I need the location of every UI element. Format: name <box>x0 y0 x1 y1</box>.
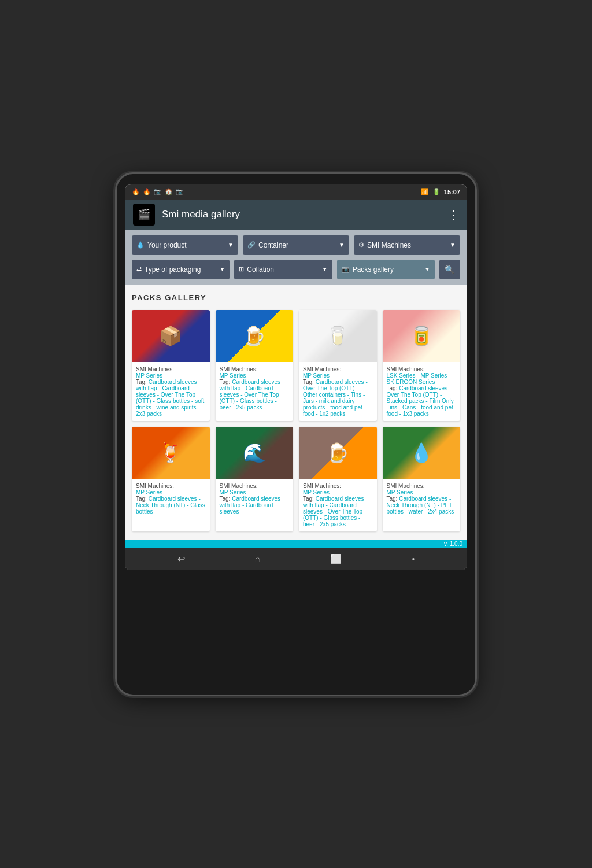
container-arrow-icon: ▼ <box>339 242 345 248</box>
logo-icon: 🎬 <box>138 208 150 221</box>
smi-arrow-icon: ▼ <box>450 242 456 248</box>
card-4-emoji: 🥫 <box>410 325 433 347</box>
gallery-card-6[interactable]: 🌊 SMI Machines: MP Series Tag: Cardboard… <box>216 427 294 531</box>
card-1-machines-label: SMI Machines: <box>136 366 174 372</box>
bottom-nav: ↩ ⌂ ⬜ ● <box>125 548 467 570</box>
product-arrow-icon: ▼ <box>228 242 234 248</box>
version-text: v. 1.0.0 <box>444 541 462 547</box>
card-7-image: 🍺 <box>299 427 377 479</box>
card-5-tag-label: Tag: <box>136 496 147 502</box>
collation-dropdown[interactable]: ⊞ Collation ▼ <box>234 260 332 279</box>
container-dropdown[interactable]: 🔗 Container ▼ <box>243 235 349 255</box>
time-display: 15:07 <box>444 189 460 195</box>
gallery-card-3[interactable]: 🥛 SMI Machines: MP Series Tag: Cardboard… <box>299 310 377 421</box>
card-2-machines: MP Series <box>220 372 246 379</box>
filter-row-1: 💧 Your product ▼ 🔗 Container ▼ ⚙ SMI Mac… <box>132 235 460 255</box>
search-button[interactable]: 🔍 <box>439 260 460 279</box>
card-2-image: 🍺 <box>216 310 294 362</box>
app-bar: 🎬 Smi media gallery ⋮ <box>125 200 467 230</box>
card-5-image: 🍹 <box>132 427 210 479</box>
your-product-dropdown[interactable]: 💧 Your product ▼ <box>132 235 238 255</box>
card-6-machines-label: SMI Machines: <box>220 483 258 489</box>
status-bar: 🔥 🔥 📷 🏠 📷 📶 🔋 15:07 <box>125 184 467 200</box>
filter-area: 💧 Your product ▼ 🔗 Container ▼ ⚙ SMI Mac… <box>125 230 467 285</box>
collation-arrow-icon: ▼ <box>322 266 328 272</box>
packs-gallery-dropdown[interactable]: 📷 Packs gallery ▼ <box>337 260 435 279</box>
card-1-tag-label: Tag: <box>136 379 147 385</box>
gallery-card-4[interactable]: 🥫 SMI Machines: LSK Series - MP Series -… <box>383 310 461 421</box>
battery-icon: 🔋 <box>432 188 441 195</box>
card-4-body: SMI Machines: LSK Series - MP Series - S… <box>383 362 461 421</box>
card-7-machines-label: SMI Machines: <box>303 483 341 489</box>
tablet-frame: 🔥 🔥 📷 🏠 📷 📶 🔋 15:07 🎬 Smi media gallery … <box>117 174 475 695</box>
app-title: Smi media gallery <box>162 209 441 220</box>
wifi-icon: 📶 <box>421 188 429 195</box>
card-3-machines-label: SMI Machines: <box>303 366 341 372</box>
card-1-image: 📦 <box>132 310 210 362</box>
filter-row-2: ⇄ Type of packaging ▼ ⊞ Collation ▼ 📷 Pa… <box>132 260 460 279</box>
smi-icon: ⚙ <box>358 241 364 249</box>
card-4-machines-label: SMI Machines: <box>387 366 425 372</box>
status-icon-1: 🔥 <box>132 188 140 195</box>
card-2-emoji: 🍺 <box>243 325 266 347</box>
card-3-tag-label: Tag: <box>303 379 314 385</box>
main-content: PACKS GALLERY 📦 SMI Machines: MP Series … <box>125 285 467 540</box>
collation-label: Collation <box>247 265 274 274</box>
product-label: Your product <box>147 241 187 249</box>
status-icon-2: 🔥 <box>143 188 151 195</box>
gallery-card-2[interactable]: 🍺 SMI Machines: MP Series Tag: Cardboard… <box>216 310 294 421</box>
card-7-tag-label: Tag: <box>303 496 314 502</box>
card-5-emoji: 🍹 <box>159 442 182 464</box>
card-8-machines-label: SMI Machines: <box>387 483 425 489</box>
card-1-body: SMI Machines: MP Series Tag: Cardboard s… <box>132 362 210 421</box>
gallery-card-1[interactable]: 📦 SMI Machines: MP Series Tag: Cardboard… <box>132 310 210 421</box>
card-8-emoji: 💧 <box>410 442 433 464</box>
card-8-image: 💧 <box>383 427 461 479</box>
status-icon-4: 🏠 <box>165 188 173 195</box>
gallery-card-8[interactable]: 💧 SMI Machines: MP Series Tag: Cardboard… <box>383 427 461 531</box>
card-3-emoji: 🥛 <box>326 325 349 347</box>
card-4-image: 🥫 <box>383 310 461 362</box>
product-icon: 💧 <box>136 241 145 249</box>
card-7-emoji: 🍺 <box>326 442 349 464</box>
card-2-machines-label: SMI Machines: <box>220 366 258 372</box>
card-4-tag-label: Tag: <box>387 385 398 391</box>
recent-apps-button[interactable]: ⬜ <box>323 550 349 568</box>
card-8-tag-label: Tag: <box>387 496 398 502</box>
card-7-body: SMI Machines: MP Series Tag: Cardboard s… <box>299 479 377 531</box>
search-icon: 🔍 <box>445 265 454 274</box>
card-5-machines-label: SMI Machines: <box>136 483 174 489</box>
packaging-dropdown[interactable]: ⇄ Type of packaging ▼ <box>132 260 230 279</box>
card-6-tag-label: Tag: <box>220 496 231 502</box>
card-7-machines: MP Series <box>303 489 330 496</box>
card-3-image: 🥛 <box>299 310 377 362</box>
gallery-grid: 📦 SMI Machines: MP Series Tag: Cardboard… <box>132 310 460 531</box>
card-6-body: SMI Machines: MP Series Tag: Cardboard s… <box>216 479 294 531</box>
smi-machines-dropdown[interactable]: ⚙ SMI Machines ▼ <box>354 235 460 255</box>
packaging-arrow-icon: ▼ <box>219 266 225 272</box>
status-left-icons: 🔥 🔥 📷 🏠 📷 <box>132 188 184 195</box>
card-6-image: 🌊 <box>216 427 294 479</box>
container-label: Container <box>258 241 288 249</box>
card-8-body: SMI Machines: MP Series Tag: Cardboard s… <box>383 479 461 531</box>
gallery-arrow-icon: ▼ <box>424 266 430 272</box>
home-button[interactable]: ⌂ <box>248 551 268 568</box>
status-icon-3: 📷 <box>154 188 162 195</box>
nav-dot: ● <box>405 553 422 565</box>
card-5-machines: MP Series <box>136 489 162 496</box>
back-button[interactable]: ↩ <box>171 550 192 568</box>
card-3-body: SMI Machines: MP Series Tag: Cardboard s… <box>299 362 377 421</box>
collation-icon: ⊞ <box>239 265 244 273</box>
version-bar: v. 1.0.0 <box>125 540 467 548</box>
gallery-icon: 📷 <box>342 265 350 273</box>
card-3-machines: MP Series <box>303 372 330 379</box>
container-icon: 🔗 <box>247 241 256 249</box>
card-8-machines: MP Series <box>387 489 413 496</box>
gallery-card-7[interactable]: 🍺 SMI Machines: MP Series Tag: Cardboard… <box>299 427 377 531</box>
overflow-menu-button[interactable]: ⋮ <box>447 208 459 221</box>
card-2-body: SMI Machines: MP Series Tag: Cardboard s… <box>216 362 294 421</box>
card-6-emoji: 🌊 <box>243 442 266 464</box>
gallery-card-5[interactable]: 🍹 SMI Machines: MP Series Tag: Cardboard… <box>132 427 210 531</box>
card-5-body: SMI Machines: MP Series Tag: Cardboard s… <box>132 479 210 531</box>
card-1-emoji: 📦 <box>159 325 182 347</box>
